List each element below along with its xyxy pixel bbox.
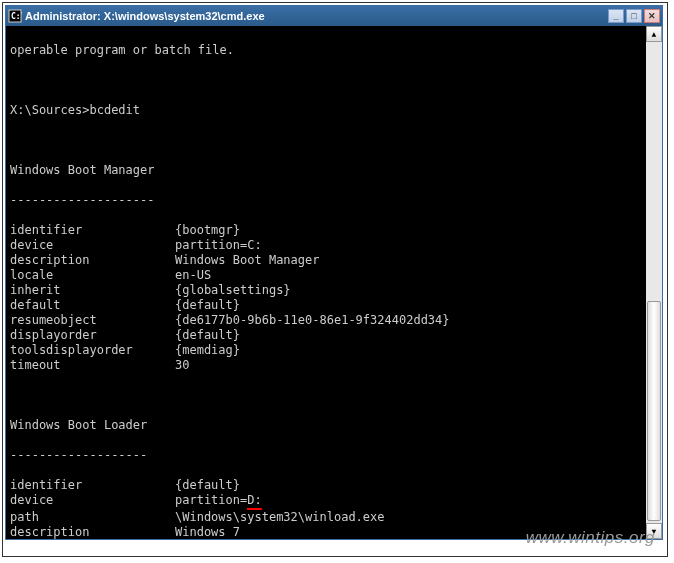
scrollbar[interactable]: ▲ ▼: [646, 26, 662, 539]
config-key: device: [10, 493, 175, 508]
config-key: resumeobject: [10, 313, 175, 328]
config-value: 30: [175, 358, 189, 372]
config-value: Windows 7: [175, 525, 240, 539]
scrollbar-thumb[interactable]: [647, 301, 661, 521]
config-value: Windows Boot Manager: [175, 253, 320, 267]
config-key: inherit: [10, 283, 175, 298]
title-bar[interactable]: C:\ Administrator: X:\windows\system32\c…: [6, 6, 662, 26]
prompt-line: X:\Sources>bcdedit: [10, 103, 658, 118]
config-value: {bootmgr}: [175, 223, 240, 237]
close-button[interactable]: ✕: [644, 9, 660, 23]
config-value: {memdiag}: [175, 343, 240, 357]
config-value: {default}: [175, 478, 240, 492]
config-key: timeout: [10, 358, 175, 373]
config-key: identifier: [10, 478, 175, 493]
output-row: default{default}: [10, 298, 658, 313]
cmd-window: C:\ Administrator: X:\windows\system32\c…: [5, 5, 663, 540]
minimize-button[interactable]: _: [608, 9, 624, 23]
config-value: {default}: [175, 298, 240, 312]
cmd-icon: C:\: [8, 9, 22, 23]
config-key: description: [10, 525, 175, 539]
config-key: path: [10, 510, 175, 525]
config-key: default: [10, 298, 175, 313]
watermark: www.wintips.org: [526, 528, 655, 548]
output-row: resumeobject{de6177b0-9b6b-11e0-86e1-9f3…: [10, 313, 658, 328]
output-row: identifier{bootmgr}: [10, 223, 658, 238]
config-key: identifier: [10, 223, 175, 238]
config-key: displayorder: [10, 328, 175, 343]
output-line: operable program or batch file.: [10, 43, 658, 58]
maximize-button[interactable]: □: [626, 9, 642, 23]
output-row: toolsdisplayorder{memdiag}: [10, 343, 658, 358]
output-row: devicepartition=C:: [10, 238, 658, 253]
highlighted-text: D:: [247, 493, 261, 510]
config-value: {de6177b0-9b6b-11e0-86e1-9f324402dd34}: [175, 313, 450, 327]
divider: --------------------: [10, 193, 658, 208]
config-value: partition=D:: [175, 493, 262, 507]
scrollbar-track[interactable]: [646, 42, 662, 523]
config-value: {globalsettings}: [175, 283, 291, 297]
svg-text:C:\: C:\: [11, 12, 22, 21]
config-key: toolsdisplayorder: [10, 343, 175, 358]
config-key: locale: [10, 268, 175, 283]
config-value: en-US: [175, 268, 211, 282]
output-row: timeout30: [10, 358, 658, 373]
output-row: devicepartition=D:: [10, 493, 658, 510]
output-line: [10, 73, 658, 88]
terminal-output: operable program or batch file. X:\Sourc…: [6, 26, 662, 539]
scroll-up-button[interactable]: ▲: [646, 26, 662, 42]
output-row: identifier{default}: [10, 478, 658, 493]
config-value: \Windows\system32\winload.exe: [175, 510, 385, 524]
config-key: device: [10, 238, 175, 253]
window-title: Administrator: X:\windows\system32\cmd.e…: [25, 10, 608, 22]
output-line: [10, 388, 658, 403]
output-row: inherit{globalsettings}: [10, 283, 658, 298]
config-value: partition=C:: [175, 238, 262, 252]
config-value: {default}: [175, 328, 240, 342]
config-key: description: [10, 253, 175, 268]
output-line: [10, 133, 658, 148]
output-row: descriptionWindows Boot Manager: [10, 253, 658, 268]
divider: -------------------: [10, 448, 658, 463]
section-header: Windows Boot Loader: [10, 418, 658, 433]
output-row: path\Windows\system32\winload.exe: [10, 510, 658, 525]
output-row: localeen-US: [10, 268, 658, 283]
output-row: displayorder{default}: [10, 328, 658, 343]
section-header: Windows Boot Manager: [10, 163, 658, 178]
window-controls: _ □ ✕: [608, 9, 660, 23]
